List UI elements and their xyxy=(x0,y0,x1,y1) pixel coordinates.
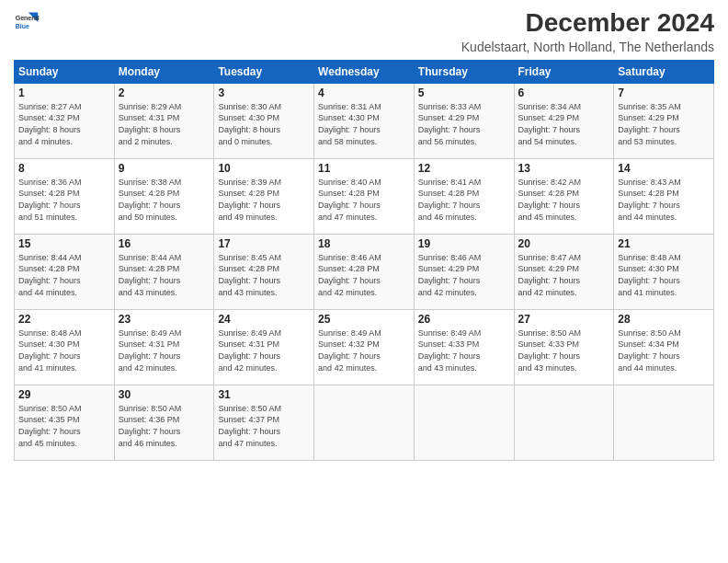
day-number: 17 xyxy=(218,237,310,250)
calendar-cell: 23Sunrise: 8:49 AM Sunset: 4:31 PM Dayli… xyxy=(114,309,214,385)
day-number: 21 xyxy=(618,237,710,250)
day-number: 15 xyxy=(18,237,110,250)
calendar-table: SundayMondayTuesdayWednesdayThursdayFrid… xyxy=(14,60,714,461)
day-number: 3 xyxy=(218,86,310,99)
day-number: 1 xyxy=(18,86,110,99)
day-info: Sunrise: 8:41 AM Sunset: 4:28 PM Dayligh… xyxy=(418,177,510,223)
calendar-cell: 10Sunrise: 8:39 AM Sunset: 4:28 PM Dayli… xyxy=(214,158,314,234)
day-info: Sunrise: 8:45 AM Sunset: 4:28 PM Dayligh… xyxy=(218,252,310,298)
day-info: Sunrise: 8:50 AM Sunset: 4:34 PM Dayligh… xyxy=(618,327,710,373)
day-info: Sunrise: 8:46 AM Sunset: 4:28 PM Dayligh… xyxy=(318,252,410,298)
calendar-cell: 1Sunrise: 8:27 AM Sunset: 4:32 PM Daylig… xyxy=(15,83,115,158)
day-number: 14 xyxy=(618,162,710,175)
calendar-week-row: 15Sunrise: 8:44 AM Sunset: 4:28 PM Dayli… xyxy=(15,234,714,309)
day-info: Sunrise: 8:38 AM Sunset: 4:28 PM Dayligh… xyxy=(119,177,210,223)
day-number: 7 xyxy=(618,86,710,99)
day-info: Sunrise: 8:30 AM Sunset: 4:30 PM Dayligh… xyxy=(218,101,310,147)
day-info: Sunrise: 8:46 AM Sunset: 4:29 PM Dayligh… xyxy=(418,252,510,298)
day-number: 27 xyxy=(518,313,610,326)
day-number: 28 xyxy=(618,313,710,326)
day-number: 16 xyxy=(119,237,210,250)
day-info: Sunrise: 8:29 AM Sunset: 4:31 PM Dayligh… xyxy=(119,101,210,147)
day-info: Sunrise: 8:31 AM Sunset: 4:30 PM Dayligh… xyxy=(318,101,410,147)
calendar-cell: 22Sunrise: 8:48 AM Sunset: 4:30 PM Dayli… xyxy=(15,309,115,385)
day-info: Sunrise: 8:34 AM Sunset: 4:29 PM Dayligh… xyxy=(518,101,610,147)
day-number: 11 xyxy=(318,162,410,175)
day-number: 30 xyxy=(119,388,210,401)
day-info: Sunrise: 8:49 AM Sunset: 4:31 PM Dayligh… xyxy=(218,327,310,373)
svg-text:Blue: Blue xyxy=(16,23,29,29)
calendar-cell: 20Sunrise: 8:47 AM Sunset: 4:29 PM Dayli… xyxy=(514,234,614,309)
calendar-cell: 25Sunrise: 8:49 AM Sunset: 4:32 PM Dayli… xyxy=(314,309,415,385)
day-number: 22 xyxy=(18,313,110,326)
day-info: Sunrise: 8:48 AM Sunset: 4:30 PM Dayligh… xyxy=(18,327,110,373)
header: General Blue December 2024 Kudelstaart, … xyxy=(14,9,714,54)
calendar-body: 1Sunrise: 8:27 AM Sunset: 4:32 PM Daylig… xyxy=(15,83,714,460)
calendar-cell: 13Sunrise: 8:42 AM Sunset: 4:28 PM Dayli… xyxy=(514,158,614,234)
calendar-cell: 26Sunrise: 8:49 AM Sunset: 4:33 PM Dayli… xyxy=(414,309,514,385)
day-header-wednesday: Wednesday xyxy=(314,60,415,83)
day-info: Sunrise: 8:49 AM Sunset: 4:31 PM Dayligh… xyxy=(119,327,210,373)
day-header-thursday: Thursday xyxy=(414,60,514,83)
day-number: 18 xyxy=(318,237,410,250)
day-info: Sunrise: 8:50 AM Sunset: 4:36 PM Dayligh… xyxy=(119,403,210,449)
calendar-cell: 11Sunrise: 8:40 AM Sunset: 4:28 PM Dayli… xyxy=(314,158,415,234)
calendar-week-row: 1Sunrise: 8:27 AM Sunset: 4:32 PM Daylig… xyxy=(15,83,714,158)
day-info: Sunrise: 8:49 AM Sunset: 4:33 PM Dayligh… xyxy=(418,327,510,373)
calendar-cell xyxy=(514,385,614,460)
day-number: 2 xyxy=(119,86,210,99)
day-info: Sunrise: 8:50 AM Sunset: 4:35 PM Dayligh… xyxy=(18,403,110,449)
calendar-cell xyxy=(614,385,714,460)
calendar-cell: 21Sunrise: 8:48 AM Sunset: 4:30 PM Dayli… xyxy=(614,234,714,309)
calendar-cell: 14Sunrise: 8:43 AM Sunset: 4:28 PM Dayli… xyxy=(614,158,714,234)
calendar-cell: 3Sunrise: 8:30 AM Sunset: 4:30 PM Daylig… xyxy=(214,83,314,158)
calendar-cell: 8Sunrise: 8:36 AM Sunset: 4:28 PM Daylig… xyxy=(15,158,115,234)
calendar-cell: 9Sunrise: 8:38 AM Sunset: 4:28 PM Daylig… xyxy=(114,158,214,234)
day-info: Sunrise: 8:27 AM Sunset: 4:32 PM Dayligh… xyxy=(18,101,110,147)
day-info: Sunrise: 8:48 AM Sunset: 4:30 PM Dayligh… xyxy=(618,252,710,298)
day-number: 13 xyxy=(518,162,610,175)
day-number: 10 xyxy=(218,162,310,175)
calendar-cell: 4Sunrise: 8:31 AM Sunset: 4:30 PM Daylig… xyxy=(314,83,415,158)
calendar-week-row: 22Sunrise: 8:48 AM Sunset: 4:30 PM Dayli… xyxy=(15,309,714,385)
day-number: 4 xyxy=(318,86,410,99)
day-info: Sunrise: 8:39 AM Sunset: 4:28 PM Dayligh… xyxy=(218,177,310,223)
calendar-cell: 2Sunrise: 8:29 AM Sunset: 4:31 PM Daylig… xyxy=(114,83,214,158)
day-number: 6 xyxy=(518,86,610,99)
day-info: Sunrise: 8:49 AM Sunset: 4:32 PM Dayligh… xyxy=(318,327,410,373)
day-header-friday: Friday xyxy=(514,60,614,83)
subtitle: Kudelstaart, North Holland, The Netherla… xyxy=(461,40,714,54)
day-header-sunday: Sunday xyxy=(15,60,115,83)
day-info: Sunrise: 8:44 AM Sunset: 4:28 PM Dayligh… xyxy=(18,252,110,298)
day-header-tuesday: Tuesday xyxy=(214,60,314,83)
day-number: 20 xyxy=(518,237,610,250)
day-number: 25 xyxy=(318,313,410,326)
day-number: 31 xyxy=(218,388,310,401)
calendar-cell: 29Sunrise: 8:50 AM Sunset: 4:35 PM Dayli… xyxy=(15,385,115,460)
calendar-header-row: SundayMondayTuesdayWednesdayThursdayFrid… xyxy=(15,60,714,83)
day-info: Sunrise: 8:36 AM Sunset: 4:28 PM Dayligh… xyxy=(18,177,110,223)
day-number: 19 xyxy=(418,237,510,250)
calendar-cell: 15Sunrise: 8:44 AM Sunset: 4:28 PM Dayli… xyxy=(15,234,115,309)
day-info: Sunrise: 8:42 AM Sunset: 4:28 PM Dayligh… xyxy=(518,177,610,223)
page: General Blue December 2024 Kudelstaart, … xyxy=(0,0,728,563)
day-info: Sunrise: 8:43 AM Sunset: 4:28 PM Dayligh… xyxy=(618,177,710,223)
calendar-cell xyxy=(314,385,415,460)
logo: General Blue xyxy=(14,9,40,35)
main-title: December 2024 xyxy=(461,9,714,38)
day-info: Sunrise: 8:50 AM Sunset: 4:37 PM Dayligh… xyxy=(218,403,310,449)
day-info: Sunrise: 8:35 AM Sunset: 4:29 PM Dayligh… xyxy=(618,101,710,147)
calendar-cell: 6Sunrise: 8:34 AM Sunset: 4:29 PM Daylig… xyxy=(514,83,614,158)
day-info: Sunrise: 8:33 AM Sunset: 4:29 PM Dayligh… xyxy=(418,101,510,147)
calendar-week-row: 8Sunrise: 8:36 AM Sunset: 4:28 PM Daylig… xyxy=(15,158,714,234)
calendar-cell: 7Sunrise: 8:35 AM Sunset: 4:29 PM Daylig… xyxy=(614,83,714,158)
calendar-week-row: 29Sunrise: 8:50 AM Sunset: 4:35 PM Dayli… xyxy=(15,385,714,460)
calendar-cell: 31Sunrise: 8:50 AM Sunset: 4:37 PM Dayli… xyxy=(214,385,314,460)
logo-icon: General Blue xyxy=(14,9,40,35)
calendar-cell xyxy=(414,385,514,460)
calendar-cell: 24Sunrise: 8:49 AM Sunset: 4:31 PM Dayli… xyxy=(214,309,314,385)
day-number: 29 xyxy=(18,388,110,401)
calendar-cell: 30Sunrise: 8:50 AM Sunset: 4:36 PM Dayli… xyxy=(114,385,214,460)
calendar-cell: 12Sunrise: 8:41 AM Sunset: 4:28 PM Dayli… xyxy=(414,158,514,234)
day-info: Sunrise: 8:40 AM Sunset: 4:28 PM Dayligh… xyxy=(318,177,410,223)
